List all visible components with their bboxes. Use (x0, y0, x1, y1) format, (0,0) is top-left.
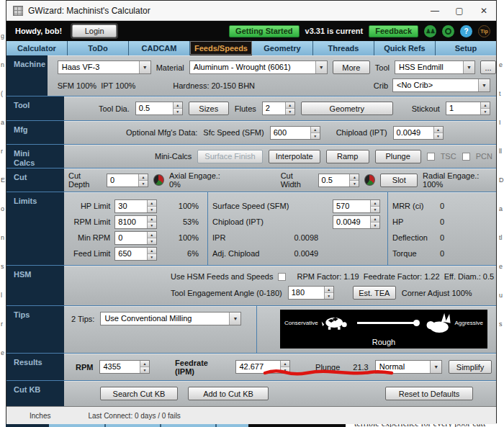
tab-feeds-speeds[interactable]: Feeds/Speeds (190, 41, 252, 55)
tab-todo[interactable]: ToDo (68, 41, 129, 55)
adj-chipload-value: 0.0049 (294, 249, 377, 258)
crib-select[interactable]: <No Crib> ▼ (392, 78, 490, 92)
spinner-arrows[interactable]: ▲▼ (370, 216, 379, 228)
maximize-icon[interactable]: ▢ (447, 1, 472, 20)
cut-width-spinner[interactable]: 0.5 ▲▼ (318, 174, 360, 187)
sidebar-item-mini-calcs[interactable]: Mini Calcs (6, 145, 64, 168)
mfg-chipload-label: Chipload (IPT) (336, 128, 387, 137)
surface-finish-button[interactable]: Surface Finish (197, 150, 262, 163)
sidebar-item-mfg[interactable]: Mfg (6, 121, 64, 144)
mfg-chipload-spinner[interactable]: 0.0049 ▲▼ (393, 126, 444, 140)
flutes-spinner[interactable]: 2 ▲▼ (262, 102, 295, 115)
est-tea-button[interactable]: Est. TEA (353, 286, 396, 300)
sidebar-item-results[interactable]: Results (6, 354, 64, 380)
close-icon[interactable]: ✕ (472, 1, 496, 20)
reset-to-defaults-button[interactable]: Reset to Defaults (385, 387, 473, 400)
spinner-arrows[interactable]: ▲▼ (310, 127, 320, 139)
tip-icon[interactable]: Tip (478, 25, 490, 37)
slot-button[interactable]: Slot (380, 174, 418, 187)
plunge-button[interactable]: Plunge (375, 150, 421, 163)
rpm-limit-spinner[interactable]: 8100▲▼ (114, 215, 156, 229)
surface-speed-spinner[interactable]: 570▲▼ (333, 199, 380, 213)
spinner-arrows[interactable]: ▲▼ (173, 102, 182, 114)
login-button[interactable]: Login (72, 24, 117, 37)
sidebar-item-tips[interactable]: Tips (6, 306, 64, 353)
simplify-button[interactable]: Simplify (449, 360, 492, 374)
spinner-arrows[interactable]: ▲▼ (480, 102, 490, 114)
sidebar-item-limits[interactable]: Limits (6, 192, 64, 265)
chevron-down-icon[interactable]: ▼ (229, 313, 240, 325)
sidebar-item-machine[interactable]: Machine (6, 55, 48, 96)
spinner-arrows[interactable]: ▲▼ (370, 200, 379, 212)
tab-setup[interactable]: Setup (436, 41, 496, 55)
interpolate-button[interactable]: Interpolate (269, 150, 320, 163)
cut-depth-spinner[interactable]: 0 ▲▼ (107, 174, 148, 187)
sidebar-item-tool[interactable]: Tool (6, 96, 64, 120)
spinner-arrows[interactable]: ▲▼ (280, 361, 289, 373)
chevron-down-icon[interactable]: ▼ (139, 61, 150, 73)
stickout-spinner[interactable]: 1 ▲▼ (446, 102, 490, 115)
feedback-button[interactable]: Feedback (369, 25, 418, 37)
hp-limit-spinner[interactable]: 30▲▼ (114, 199, 156, 213)
aggressiveness-slider[interactable] (357, 322, 419, 324)
sidebar-item-hsm[interactable]: HSM (6, 266, 64, 305)
use-hsm-checkbox[interactable] (278, 273, 286, 281)
material-select[interactable]: Aluminum - Wrought (6061) ▼ (189, 60, 328, 74)
search-cut-kb-button[interactable]: Search Cut KB (100, 387, 178, 400)
feed-limit-spinner[interactable]: 650▲▼ (114, 247, 156, 261)
machine-select[interactable]: Haas VF-3 ▼ (58, 60, 151, 74)
spinner-arrows[interactable]: ▲▼ (349, 174, 359, 186)
axial-engagement-gauge-icon[interactable] (153, 174, 164, 186)
sfc-speed-spinner[interactable]: 600 ▲▼ (270, 126, 320, 140)
sizes-button[interactable]: Sizes (189, 102, 229, 115)
tool-dia-spinner[interactable]: 0.5 ▲▼ (135, 102, 183, 115)
radial-engagement-gauge-icon[interactable] (364, 174, 375, 186)
sidebar-item-cut[interactable]: Cut (6, 168, 64, 192)
turtle-icon (321, 313, 351, 332)
slider-handle[interactable] (413, 320, 420, 326)
tab-quick-refs[interactable]: Quick Refs (374, 41, 436, 55)
tsc-checkbox[interactable] (427, 153, 435, 161)
getting-started-button[interactable]: Getting Started (229, 25, 299, 37)
help-icon[interactable]: ? (460, 25, 472, 37)
tool-select[interactable]: HSS Endmill ▼ (395, 60, 475, 74)
sidebar-item-cut-kb[interactable]: Cut KB (6, 381, 64, 406)
minimize-icon[interactable]: — (423, 1, 447, 20)
tab-cadcam[interactable]: CADCAM (129, 41, 190, 55)
community-icon[interactable]: ♟♟ (424, 25, 436, 37)
tool-more-button[interactable]: ... (480, 60, 496, 74)
spinner-arrows[interactable]: ▲▼ (147, 200, 156, 212)
feedrate-spinner[interactable]: 42.677 ▲▼ (235, 360, 290, 374)
tab-geometry[interactable]: Geometry (252, 41, 313, 55)
more-button[interactable]: More (333, 60, 370, 74)
app-window: GWizard: Machinist's Calculator — ▢ ✕ Ho… (6, 0, 497, 423)
chevron-down-icon[interactable]: ▼ (315, 61, 327, 73)
add-to-cut-kb-button[interactable]: Add to Cut KB (188, 387, 269, 400)
spinner-arrows[interactable]: ▲▼ (138, 174, 148, 186)
tab-threads[interactable]: Threads (313, 41, 374, 55)
spinner-arrows[interactable]: ▲▼ (147, 232, 156, 244)
pcn-checkbox[interactable] (462, 153, 470, 161)
chevron-down-icon[interactable]: ▼ (463, 61, 474, 73)
tab-calculator[interactable]: Calculator (6, 41, 68, 55)
chat-icon[interactable] (442, 25, 454, 37)
spinner-arrows[interactable]: ▲▼ (147, 216, 156, 228)
tips-select[interactable]: Use Conventional Milling ▼ (100, 312, 241, 325)
spinner-arrows[interactable]: ▲▼ (147, 248, 156, 260)
rpm-result-spinner[interactable]: 4355 ▲▼ (99, 360, 150, 374)
chevron-down-icon[interactable]: ▼ (430, 361, 441, 373)
app-icon (13, 6, 23, 16)
feedrate-label: Feedrate (IPM) (175, 359, 229, 376)
tea-spinner[interactable]: 180 ▲▼ (288, 286, 334, 300)
min-rpm-spinner[interactable]: 0▲▼ (114, 231, 156, 245)
hp-label: HP (392, 217, 440, 226)
geometry-button[interactable]: Geometry (301, 102, 393, 115)
spinner-arrows[interactable]: ▲▼ (324, 287, 333, 299)
spinner-arrows[interactable]: ▲▼ (285, 102, 294, 114)
ramp-button[interactable]: Ramp (326, 150, 369, 163)
mode-select[interactable]: Normal ▼ (375, 360, 442, 374)
spinner-arrows[interactable]: ▲▼ (433, 127, 443, 139)
chevron-down-icon[interactable]: ▼ (478, 79, 490, 91)
chipload-limit-spinner[interactable]: 0.0049▲▼ (333, 215, 380, 229)
spinner-arrows[interactable]: ▲▼ (140, 361, 149, 373)
